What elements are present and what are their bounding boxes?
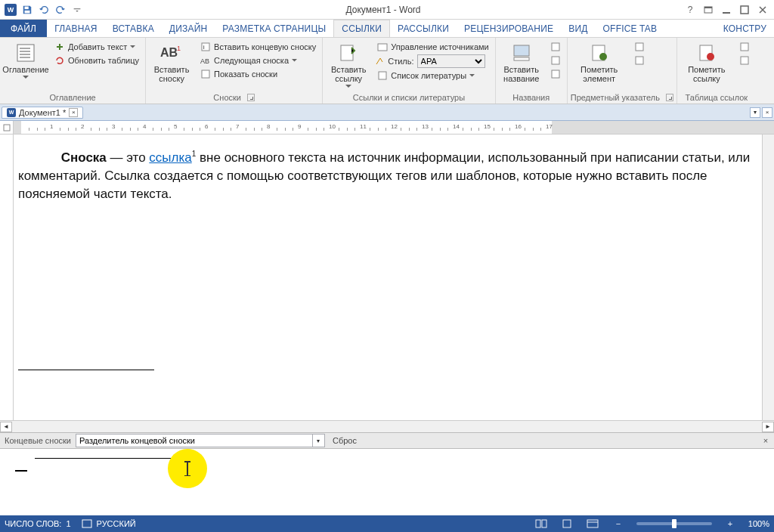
tab-officetab[interactable]: OFFICE TAB <box>596 20 665 37</box>
text-plain: — это <box>107 150 150 165</box>
endnote-separator-combo[interactable]: ▾ <box>76 434 325 447</box>
endnote-combo-input[interactable] <box>76 436 312 445</box>
redo-button[interactable] <box>53 2 68 17</box>
chevron-down-icon <box>23 76 29 79</box>
ribbon: Оглавление Добавить текст Обновить табли… <box>0 38 774 104</box>
vertical-scrollbar[interactable] <box>762 135 774 420</box>
caption-opt3[interactable] <box>547 68 564 80</box>
mark-citation-button[interactable]: Пометить ссылку <box>680 39 733 91</box>
svg-point-26 <box>707 53 714 60</box>
plus-icon <box>54 42 65 52</box>
zoom-level[interactable]: 100% <box>748 519 769 528</box>
update-toc-button[interactable]: Обновить таблицу <box>51 54 142 66</box>
toa-opt2[interactable] <box>736 54 753 66</box>
group-captions: Вставить название Названия <box>496 38 568 104</box>
endnote-pane[interactable] <box>0 449 774 521</box>
ribbon-display-button[interactable] <box>700 2 717 17</box>
title-bar: W Документ1 - Word ? <box>0 0 774 20</box>
footnote-icon: AB1 <box>159 42 184 63</box>
help-button[interactable]: ? <box>682 2 698 17</box>
caption-opt2[interactable] <box>547 54 564 66</box>
read-mode-button[interactable] <box>534 518 549 530</box>
tab-insert[interactable]: ВСТАВКА <box>105 20 162 37</box>
print-layout-button[interactable] <box>559 518 574 530</box>
group-footnotes: AB1 Вставить сноску iВставить концевую с… <box>146 38 323 104</box>
endnote-pane-close-button[interactable]: × <box>760 436 774 445</box>
tab-home[interactable]: ГЛАВНАЯ <box>47 20 104 37</box>
svg-point-22 <box>599 53 607 60</box>
add-text-button[interactable]: Добавить текст <box>51 41 142 53</box>
mark-entry-button[interactable]: Пометить элемент <box>571 39 628 91</box>
caption-opt1[interactable] <box>547 41 564 53</box>
zoom-in-button[interactable]: + <box>723 518 738 530</box>
tab-file[interactable]: ФАЙЛ <box>0 20 47 37</box>
show-icon <box>200 69 211 79</box>
tab-layout[interactable]: РАЗМЕТКА СТРАНИЦЫ <box>215 20 333 37</box>
doctab-close-all-button[interactable]: × <box>762 107 772 118</box>
chevron-down-icon[interactable]: ▾ <box>312 435 324 447</box>
svg-text:AB: AB <box>200 57 209 65</box>
tab-design[interactable]: ДИЗАЙН <box>162 20 215 37</box>
insert-caption-button[interactable]: Вставить название <box>499 39 544 91</box>
manage-sources-button[interactable]: Управление источниками <box>374 41 491 53</box>
show-footnotes-button[interactable]: Показать сноски <box>197 68 319 80</box>
footnote-separator <box>18 370 154 370</box>
endnote-reset-button[interactable]: Сброс <box>325 436 364 445</box>
qat-customize-button[interactable] <box>70 2 85 17</box>
next-footnote-button[interactable]: ABСледующая сноска <box>197 54 319 66</box>
text-bold: Сноска <box>61 150 107 165</box>
save-button[interactable] <box>20 2 35 17</box>
footnotes-dialog-launcher[interactable] <box>247 94 255 101</box>
index-opt2[interactable] <box>631 54 648 66</box>
tab-mailings[interactable]: РАССЫЛКИ <box>390 20 457 37</box>
horizontal-ruler[interactable]: 1234567891011121314151617 <box>14 121 774 134</box>
svg-text:AB: AB <box>160 46 178 59</box>
ruler-corner[interactable] <box>0 121 14 134</box>
document-scroll[interactable]: Сноска — это ссылка1 вне основного текст… <box>14 135 762 420</box>
chevron-down-icon <box>345 85 351 88</box>
index-dialog-launcher[interactable] <box>666 94 673 101</box>
hscroll-left-button[interactable]: ◄ <box>0 422 12 432</box>
tab-references[interactable]: ССЫЛКИ <box>333 20 390 37</box>
toc-icon <box>14 42 38 63</box>
svg-rect-16 <box>514 45 529 56</box>
caption-icon <box>509 42 534 63</box>
insert-footnote-button[interactable]: AB1 Вставить сноску <box>149 39 194 91</box>
web-layout-button[interactable] <box>585 518 600 530</box>
horizontal-scrollbar[interactable]: ◄ ► <box>0 420 774 432</box>
document-page[interactable]: Сноска — это ссылка1 вне основного текст… <box>14 135 762 370</box>
insert-citation-button[interactable]: Вставить ссылку <box>326 39 371 91</box>
svg-rect-6 <box>17 45 34 61</box>
text-caret-icon <box>187 461 188 476</box>
index-opt1[interactable] <box>631 41 648 53</box>
insert-endnote-button[interactable]: iВставить концевую сноску <box>197 41 319 53</box>
endnote-separator-line <box>35 458 171 459</box>
doctab-close-button[interactable]: × <box>69 108 78 117</box>
citation-style-select[interactable]: APA <box>417 54 485 68</box>
document-tab[interactable]: W Документ1 * × <box>2 107 83 119</box>
language-status[interactable]: РУССКИЙ <box>82 519 136 528</box>
tab-view[interactable]: ВИД <box>561 20 595 37</box>
language-icon <box>82 519 92 528</box>
svg-rect-19 <box>552 57 559 64</box>
endnote-mark <box>15 470 27 472</box>
bibliography-button[interactable]: Список литературы <box>374 70 491 82</box>
tab-construct[interactable]: КОНСТРУ <box>716 20 774 37</box>
ribbon-tabs: ФАЙЛ ГЛАВНАЯ ВСТАВКА ДИЗАЙН РАЗМЕТКА СТР… <box>0 20 774 38</box>
svg-rect-33 <box>563 520 571 527</box>
hscroll-right-button[interactable]: ► <box>762 422 774 432</box>
toa-opt1[interactable] <box>736 41 753 53</box>
close-button[interactable] <box>754 2 771 17</box>
undo-button[interactable] <box>36 2 51 17</box>
zoom-out-button[interactable]: − <box>611 518 626 530</box>
vertical-ruler[interactable] <box>0 135 14 420</box>
hyperlink[interactable]: ссылка <box>149 150 191 165</box>
tab-review[interactable]: РЕЦЕНЗИРОВАНИЕ <box>457 20 561 37</box>
word-count-status[interactable]: ЧИСЛО СЛОВ:1 <box>5 519 71 528</box>
maximize-button[interactable] <box>736 2 753 17</box>
doctab-dropdown-button[interactable]: ▾ <box>750 107 760 118</box>
toc-button[interactable]: Оглавление <box>3 39 48 91</box>
minimize-button[interactable] <box>718 2 735 17</box>
zoom-slider[interactable] <box>636 522 712 525</box>
ruler-row: 1234567891011121314151617 <box>0 121 774 135</box>
